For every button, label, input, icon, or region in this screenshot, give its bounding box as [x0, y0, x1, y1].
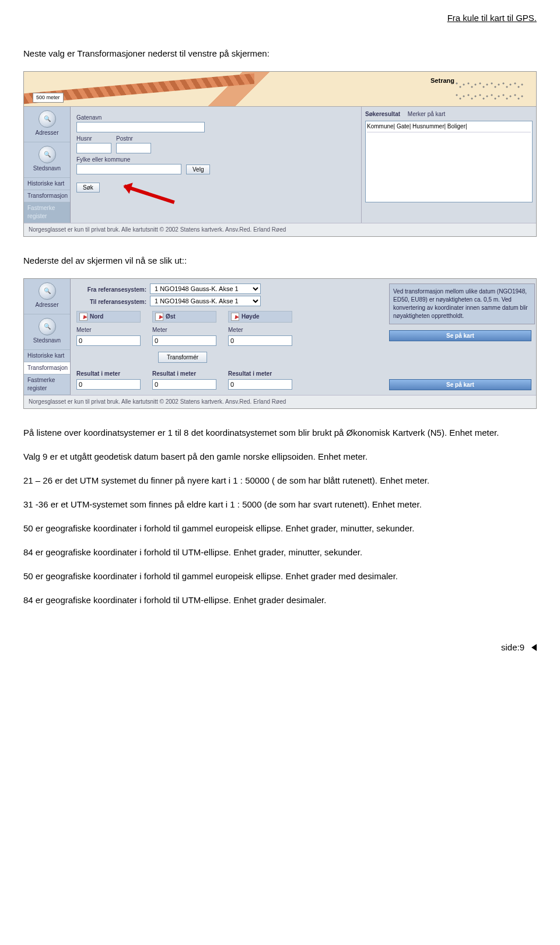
label-husnr: Husnr: [76, 135, 111, 143]
hoyde-input[interactable]: [228, 335, 292, 346]
result-columns: Kommune| Gate| Husnummer| Boliger|: [367, 123, 531, 132]
nord-header: Nord: [76, 311, 141, 323]
postnr-input[interactable]: [116, 143, 151, 153]
arrow-icon: [79, 313, 88, 321]
to-ref-select[interactable]: 1 NGO1948 Gauss-K. Akse 1: [150, 296, 261, 306]
sidebar-transformasjon[interactable]: Transformasjon: [24, 190, 70, 202]
map-scale: 500 meter: [33, 93, 64, 103]
sok-button[interactable]: Søk: [76, 183, 100, 192]
sidebar-stedsnavn[interactable]: 🔍 Stedsnavn: [24, 314, 70, 350]
fylke-input[interactable]: [76, 164, 181, 174]
intro-text-1: Neste valg er Transformasjoner nederst t…: [23, 47, 537, 60]
label-result: Resultat i meter: [228, 370, 292, 378]
map-place-label: Setrang: [430, 76, 454, 85]
ost-input[interactable]: [152, 335, 216, 346]
label-result: Resultat i meter: [76, 370, 141, 378]
screenshot-transform: 🔍 Adresser 🔍 Stedsnavn Historiske kart T…: [23, 278, 537, 409]
sidebar-fastmerke[interactable]: Fastmerke register: [24, 374, 70, 395]
para-21: 21 – 26 er det UTM systemet du finner på…: [23, 474, 537, 487]
tab-merker[interactable]: Merker på kart: [408, 111, 445, 117]
sidebar: 🔍 Adresser 🔍 Stedsnavn Historiske kart T…: [24, 107, 71, 223]
result-list[interactable]: Kommune| Gate| Husnummer| Boliger|: [365, 121, 533, 202]
para-9: Valg 9 er et utgått geodetisk datum base…: [23, 450, 537, 463]
se-pa-kart-button-bottom[interactable]: Se på kart: [389, 379, 531, 390]
gatenavn-input[interactable]: [76, 122, 205, 132]
result-hoyde[interactable]: [228, 379, 292, 390]
magnifier-icon: 🔍: [38, 318, 56, 335]
info-text: Ved transformasjon mellom ulike datum (N…: [389, 284, 535, 324]
hoyde-header: Høyde: [228, 311, 292, 323]
para-84b: 84 er geografiske koordinater i forhold …: [23, 594, 537, 606]
sidebar-historiske[interactable]: Historiske kart: [24, 178, 70, 190]
magnifier-icon: 🔍: [38, 282, 56, 300]
label-gatenavn: Gatenavn: [76, 114, 355, 122]
magnifier-icon: 🔍: [38, 110, 56, 128]
from-ref-select[interactable]: 1 NGO1948 Gauss-K. Akse 1: [150, 284, 261, 294]
sidebar-stedsnavn[interactable]: 🔍 Stedsnavn: [24, 142, 70, 178]
para-50b: 50 er geografiske koordinater i forhold …: [23, 570, 537, 582]
label-meter: Meter: [228, 326, 292, 334]
para-84a: 84 er geografiske koordinater i forhold …: [23, 546, 537, 558]
label-result: Resultat i meter: [152, 370, 216, 378]
page-number: side:9: [23, 641, 537, 653]
label-fylke: Fylke eller kommune: [76, 156, 355, 164]
annotation-arrow: [124, 184, 174, 204]
tab-sokeresultat[interactable]: Søkeresultat: [365, 111, 400, 117]
map-preview: Setrang 500 meter: [24, 72, 536, 107]
para-31: 31 -36 er et UTM-systemet som finnes på …: [23, 498, 537, 510]
para-50a: 50 er geografiske koordinater i forhold …: [23, 522, 537, 534]
page-header-link: Fra kule til kart til GPS.: [23, 12, 537, 24]
magnifier-icon: 🔍: [38, 146, 56, 163]
result-ost[interactable]: [152, 379, 216, 390]
sidebar-fastmerke[interactable]: Fastmerke register: [24, 202, 70, 223]
triangle-left-icon: [528, 644, 537, 651]
intro-text-2: Nederste del av skjermen vil nå se slik …: [23, 254, 537, 267]
sidebar: 🔍 Adresser 🔍 Stedsnavn Historiske kart T…: [24, 279, 71, 395]
right-column: Ved transformasjon mellom ulike datum (N…: [384, 279, 536, 395]
sidebar-adresser[interactable]: 🔍 Adresser: [24, 279, 70, 314]
sidebar-adresser[interactable]: 🔍 Adresser: [24, 107, 70, 142]
para-lead: På listene over koordinatsystemer er 1 t…: [23, 426, 537, 439]
velg-button[interactable]: Velg: [186, 164, 210, 174]
result-nord[interactable]: [76, 379, 141, 390]
sidebar-historiske[interactable]: Historiske kart: [24, 350, 70, 362]
transform-button[interactable]: Transformér: [158, 352, 207, 363]
arrow-icon: [155, 313, 163, 321]
label-from-ref: Fra referansesystem:: [76, 286, 146, 294]
ost-header: Øst: [152, 311, 216, 323]
se-pa-kart-button-top[interactable]: Se på kart: [389, 330, 531, 341]
screenshot-address-search: Setrang 500 meter 🔍 Adresser 🔍 Stedsnavn…: [23, 71, 537, 237]
screenshot-footer: Norgesglasset er kun til privat bruk. Al…: [24, 395, 536, 408]
sidebar-transformasjon[interactable]: Transformasjon: [24, 362, 70, 374]
label-meter: Meter: [76, 326, 141, 334]
husnr-input[interactable]: [76, 143, 111, 153]
label-meter: Meter: [152, 326, 216, 334]
screenshot-footer: Norgesglasset er kun til privat bruk. Al…: [24, 223, 536, 236]
transform-form: Fra referansesystem: 1 NGO1948 Gauss-K. …: [71, 279, 384, 395]
nord-input[interactable]: [76, 335, 141, 346]
label-postnr: Postnr: [116, 135, 151, 143]
search-form: Gatenavn Husnr Postnr Fylke eller kommun…: [71, 107, 361, 223]
label-to-ref: Til referansesystem:: [76, 298, 146, 306]
results-pane: Søkeresultat Merker på kart Kommune| Gat…: [361, 107, 536, 223]
arrow-icon: [231, 313, 239, 321]
